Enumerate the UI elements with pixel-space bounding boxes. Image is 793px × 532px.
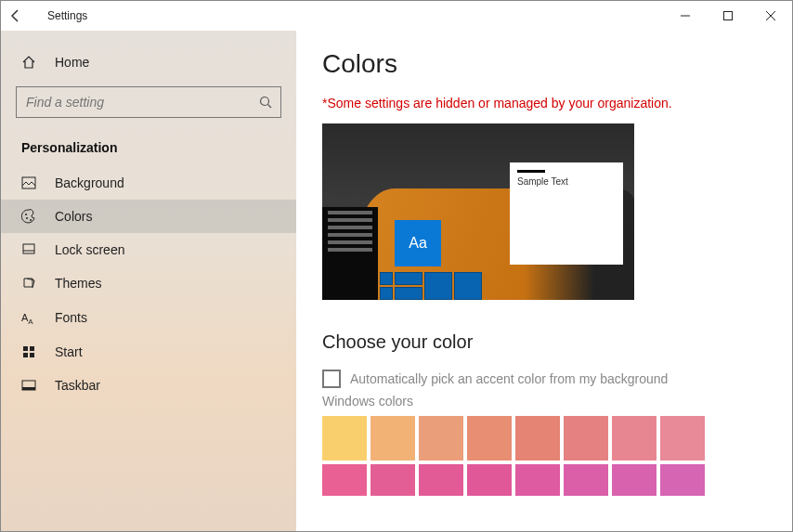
start-icon [21, 344, 42, 359]
color-swatch[interactable] [467, 464, 512, 496]
color-swatch[interactable] [515, 464, 560, 496]
color-swatch[interactable] [370, 464, 415, 496]
color-swatch[interactable] [564, 416, 608, 461]
sidebar-item-label: Fonts [55, 310, 87, 325]
category-heading: Personalization [1, 135, 296, 166]
back-button[interactable] [8, 8, 38, 23]
preview-sample-window: Sample Text [510, 162, 623, 265]
section-heading: Choose your color [322, 331, 766, 353]
auto-pick-checkbox[interactable] [322, 370, 341, 388]
svg-rect-15 [30, 353, 34, 357]
color-swatch[interactable] [419, 464, 463, 496]
sidebar-item-fonts[interactable]: AA Fonts [1, 300, 296, 335]
color-swatch[interactable] [322, 464, 367, 496]
fonts-icon: AA [21, 309, 42, 326]
search-wrap [16, 86, 281, 118]
sidebar-item-background[interactable]: Background [1, 166, 296, 200]
home-button[interactable]: Home [1, 47, 296, 77]
taskbar-icon [21, 378, 42, 393]
sidebar-item-themes[interactable]: Themes [1, 266, 296, 300]
sidebar-item-label: Themes [55, 276, 102, 291]
sidebar-item-colors[interactable]: Colors [1, 200, 296, 233]
svg-rect-6 [22, 177, 35, 188]
color-swatch[interactable] [612, 416, 656, 461]
sidebar-item-label: Lock screen [55, 242, 124, 257]
svg-rect-14 [23, 353, 28, 357]
sidebar-item-label: Start [55, 344, 83, 359]
sidebar: Home Personalization Background Colo [1, 31, 296, 531]
window-body: Home Personalization Background Colo [1, 31, 792, 531]
color-swatch[interactable] [612, 464, 656, 496]
svg-point-4 [261, 97, 269, 106]
auto-pick-row: Automatically pick an accent color from … [322, 370, 766, 388]
svg-point-7 [25, 214, 27, 215]
preview-accent-tile: Aa [395, 220, 441, 266]
swatch-grid [322, 416, 766, 509]
window-controls [664, 1, 792, 31]
palette-label: Windows colors [322, 394, 766, 409]
color-swatch[interactable] [322, 416, 367, 461]
sidebar-item-start[interactable]: Start [1, 335, 296, 369]
color-swatch[interactable] [515, 416, 560, 461]
sidebar-item-lockscreen[interactable]: Lock screen [1, 233, 296, 266]
sidebar-item-label: Taskbar [55, 378, 100, 393]
home-icon [21, 55, 42, 70]
close-button[interactable] [749, 1, 792, 31]
sidebar-item-label: Colors [55, 209, 92, 224]
sidebar-item-label: Background [55, 175, 124, 190]
sidebar-item-taskbar[interactable]: Taskbar [1, 369, 296, 402]
lockscreen-icon [21, 242, 42, 257]
color-swatch[interactable] [660, 416, 705, 461]
svg-rect-12 [23, 346, 28, 351]
color-swatch[interactable] [467, 416, 512, 461]
sample-text: Sample Text [517, 176, 616, 187]
org-warning: *Some settings are hidden or managed by … [322, 96, 766, 110]
picture-icon [21, 175, 42, 190]
themes-icon [21, 276, 42, 291]
svg-rect-17 [22, 387, 35, 390]
content-area: Colors *Some settings are hidden or mana… [296, 31, 792, 531]
svg-rect-13 [30, 346, 34, 351]
color-swatch[interactable] [370, 416, 415, 461]
svg-rect-10 [23, 244, 34, 253]
preview-taskbar [322, 207, 378, 300]
color-swatch[interactable] [564, 464, 608, 496]
color-swatch[interactable] [419, 416, 463, 461]
maximize-button[interactable] [707, 1, 749, 31]
svg-point-9 [30, 219, 32, 221]
palette-icon [21, 209, 42, 224]
search-input[interactable] [16, 86, 281, 118]
color-swatch[interactable] [660, 464, 705, 496]
minimize-button[interactable] [664, 1, 707, 31]
svg-line-5 [268, 105, 272, 109]
theme-preview: Aa Sample Text [322, 123, 634, 300]
svg-point-8 [26, 217, 28, 219]
auto-pick-label: Automatically pick an accent color from … [350, 371, 668, 386]
page-heading: Colors [322, 49, 766, 79]
search-icon [259, 96, 272, 109]
window-title: Settings [47, 9, 87, 22]
home-label: Home [55, 55, 89, 70]
svg-rect-1 [724, 12, 733, 20]
titlebar: Settings [1, 1, 792, 31]
settings-window: Settings Home [0, 0, 793, 532]
